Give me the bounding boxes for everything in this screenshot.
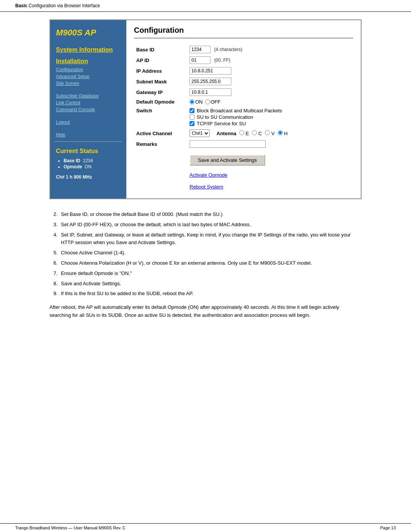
instruction-item-5: Choose Active Channel (1-4). xyxy=(59,249,362,257)
instruction-7-text: Ensure default Opmode is "ON." xyxy=(61,270,132,276)
switch-option-0-label: Block Broadcast and Multicast Packets xyxy=(197,108,282,113)
antenna-h-label[interactable]: H xyxy=(278,130,288,136)
subnet-mask-input[interactable] xyxy=(190,78,231,85)
reboot-spacer xyxy=(134,181,187,193)
row-base-id: Base ID (4 characters) xyxy=(134,44,353,55)
instruction-item-9: If this is the first SU to be added to t… xyxy=(59,290,362,298)
opmode-radio-group: ON OFF xyxy=(190,99,351,105)
status-opmode-label: Opmode xyxy=(64,164,82,169)
antenna-v-label[interactable]: V xyxy=(265,130,274,136)
ui-frame: M900S AP System Information Installation… xyxy=(49,19,362,199)
instruction-item-4: Set IP, Subnet, and Gateway, or leave at… xyxy=(59,231,362,247)
opmode-off-label[interactable]: OFF xyxy=(205,99,221,105)
antenna-c-label[interactable]: C xyxy=(252,130,262,136)
instruction-4-text: Set IP, Subnet, and Gateway, or leave at… xyxy=(61,232,351,246)
antenna-v-radio[interactable] xyxy=(265,130,270,135)
reboot-system-link[interactable]: Reboot System xyxy=(190,182,351,191)
instruction-5-text: Choose Active Channel (1-4). xyxy=(61,250,126,256)
instructions: Set Base ID, or choose the default Base … xyxy=(49,211,362,320)
sidebar-link-logout[interactable]: Logout xyxy=(50,119,126,126)
row-remarks: Remarks xyxy=(134,139,353,149)
subnet-mask-label: Subnet Mask xyxy=(134,76,187,87)
subnet-mask-field-cell xyxy=(187,76,353,87)
antenna-h-radio[interactable] xyxy=(278,130,283,135)
antenna-label: Antenna xyxy=(217,131,236,136)
row-subnet-mask: Subnet Mask xyxy=(134,76,353,87)
remarks-field-cell xyxy=(187,139,353,149)
sidebar-system-information[interactable]: System Information xyxy=(50,43,126,55)
switch-checkbox-0[interactable] xyxy=(190,108,194,113)
sidebar-divider xyxy=(54,141,123,142)
sidebar-link-configuration[interactable]: Configuration xyxy=(50,66,126,73)
channel-info: Ch# 1 h 906 MHz xyxy=(50,171,126,183)
ip-address-input[interactable] xyxy=(190,67,231,75)
opmode-off-radio[interactable] xyxy=(205,99,210,104)
instruction-item-7: Ensure default Opmode is "ON." xyxy=(59,270,362,278)
instruction-6-text: Choose Antenna Polarization (H or V), or… xyxy=(61,260,312,266)
save-activate-button[interactable]: Save and Activate Settings xyxy=(190,155,265,166)
reboot-cell: Reboot System xyxy=(187,181,353,193)
opmode-on-radio[interactable] xyxy=(190,99,194,104)
antenna-e-label[interactable]: E xyxy=(239,130,249,136)
row-active-channel: Active Channel Ch#1 Ch#2 Ch#3 Ch#4 Anten… xyxy=(134,128,353,139)
row-save-button: Save and Activate Settings xyxy=(134,149,353,169)
footer-right: Page 13 xyxy=(380,526,396,530)
header-bold: Basic xyxy=(15,3,27,8)
sidebar-title: M900S AP xyxy=(50,24,126,43)
ip-address-field-cell xyxy=(187,66,353,76)
antenna-c-radio[interactable] xyxy=(252,130,257,135)
sidebar-link-subscriber-database[interactable]: Subscriber Database xyxy=(50,93,126,99)
active-channel-select[interactable]: Ch#1 Ch#2 Ch#3 Ch#4 xyxy=(190,129,210,137)
switch-option-1[interactable]: SU to SU Communication xyxy=(190,114,351,120)
main-container: M900S AP System Information Installation… xyxy=(0,12,411,331)
opmode-on-label[interactable]: ON xyxy=(190,99,203,105)
sidebar-link-link-control[interactable]: Link Control xyxy=(50,99,126,106)
gateway-ip-field-cell xyxy=(187,87,353,97)
instruction-8-text: Save and Activate Settings. xyxy=(61,281,121,286)
channel-antenna-row: Ch#1 Ch#2 Ch#3 Ch#4 Antenna E xyxy=(190,129,351,137)
row-default-opmode: Default Opmode ON OFF xyxy=(134,97,353,106)
row-reboot: Reboot System xyxy=(134,181,353,193)
instruction-item-2: Set Base ID, or choose the default Base … xyxy=(59,211,362,219)
instruction-item-3: Set AP ID (00-FF HEX), or choose the def… xyxy=(59,221,362,229)
base-id-input[interactable] xyxy=(190,46,210,53)
footer-left: Trango Broadband Wireless — User Manual … xyxy=(15,526,126,530)
save-button-spacer xyxy=(134,149,187,169)
switch-option-2[interactable]: TCP/IP Service for SU xyxy=(190,121,351,126)
base-id-field-cell: (4 characters) xyxy=(187,44,353,55)
sidebar-status-content: Base ID 1234 Opmode ON xyxy=(50,156,126,171)
ap-id-input[interactable] xyxy=(190,56,210,64)
remarks-input[interactable] xyxy=(190,140,266,148)
status-base-id-value: 1234 xyxy=(83,158,93,163)
sidebar-installation[interactable]: Installation xyxy=(50,55,126,66)
sidebar-current-status: Current Status xyxy=(50,145,126,156)
instruction-2-text: Set Base ID, or choose the default Base … xyxy=(61,211,223,217)
sidebar-link-help[interactable]: Help xyxy=(50,131,126,138)
row-activate-opmode: Activate Opmode xyxy=(134,169,353,181)
page-footer: Trango Broadband Wireless — User Manual … xyxy=(0,523,411,532)
switch-label: Switch xyxy=(134,106,187,128)
status-opmode-value: ON xyxy=(84,164,91,169)
row-gateway-ip: Gateway IP xyxy=(134,87,353,97)
antenna-e-radio[interactable] xyxy=(239,130,244,135)
activate-opmode-link[interactable]: Activate Opmode xyxy=(190,171,351,179)
base-id-hint: (4 characters) xyxy=(212,47,242,52)
save-button-cell: Save and Activate Settings xyxy=(187,149,353,169)
active-channel-field-cell: Ch#1 Ch#2 Ch#3 Ch#4 Antenna E xyxy=(187,128,353,139)
instructions-list: Set Base ID, or choose the default Base … xyxy=(49,211,362,298)
active-channel-label: Active Channel xyxy=(134,128,187,139)
sidebar-link-command-console[interactable]: Command Console xyxy=(50,106,126,113)
default-opmode-label: Default Opmode xyxy=(134,97,187,106)
gateway-ip-input[interactable] xyxy=(190,88,231,96)
switch-checkbox-1[interactable] xyxy=(190,115,194,120)
sidebar-link-advanced-setup[interactable]: Advanced Setup xyxy=(50,73,126,80)
header-normal: Configuration via Browser Interface xyxy=(27,3,100,8)
row-switch: Switch Block Broadcast and Multicast Pac… xyxy=(134,106,353,128)
ip-address-label: IP Address xyxy=(134,66,187,76)
switch-checkbox-2[interactable] xyxy=(190,121,194,126)
status-base-id-label: Base ID xyxy=(64,158,80,163)
switch-option-0[interactable]: Block Broadcast and Multicast Packets xyxy=(190,108,351,113)
main-content: Configuration Base ID (4 characters) AP … xyxy=(126,20,361,198)
config-title: Configuration xyxy=(134,26,353,38)
sidebar-link-site-survey[interactable]: Site Survey xyxy=(50,80,126,87)
